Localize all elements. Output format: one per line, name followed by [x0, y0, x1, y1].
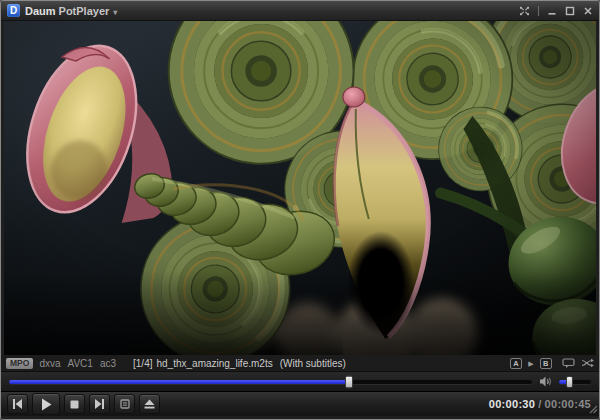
shuffle-icon[interactable]: [581, 358, 594, 368]
bottom-frame: [1, 416, 599, 419]
stop-button[interactable]: [64, 394, 85, 414]
previous-icon: [12, 399, 23, 409]
ab-repeat-play-icon: ▶: [528, 359, 533, 368]
resize-grip[interactable]: [589, 400, 598, 418]
playlist-button[interactable]: [114, 394, 135, 414]
status-bar: MPO dxva AVC1 ac3 [1/4]hd_thx_amazing_li…: [1, 355, 599, 371]
open-button[interactable]: [139, 394, 160, 414]
seek-row: [1, 371, 599, 391]
speech-bubble-icon[interactable]: [562, 358, 575, 369]
next-icon: [94, 399, 105, 409]
eject-open-icon: [144, 399, 155, 409]
previous-button[interactable]: [7, 394, 28, 414]
format-badge: MPO: [6, 358, 33, 369]
close-icon[interactable]: [583, 6, 593, 16]
play-button[interactable]: [32, 393, 60, 415]
time-current: 00:00:30: [489, 398, 535, 410]
titlebar-separator: [538, 6, 539, 16]
volume-fill: [559, 380, 570, 384]
speaker-icon[interactable]: [539, 376, 552, 387]
seek-bar[interactable]: [9, 380, 532, 384]
maximize-icon[interactable]: [565, 6, 575, 16]
stop-icon: [70, 400, 79, 409]
codec-audio: ac3: [100, 358, 116, 369]
time-total: 00:00:45: [545, 398, 591, 410]
playlist-icon: [120, 399, 130, 409]
minimize-icon[interactable]: [547, 6, 557, 16]
title-bar[interactable]: D DaumPotPlayer▾: [1, 1, 599, 21]
time-separator: /: [538, 398, 541, 410]
video-frame: [4, 21, 596, 355]
volume-handle[interactable]: [566, 376, 573, 388]
track-index: [1/4]: [133, 358, 152, 369]
window-title: DaumPotPlayer▾: [25, 5, 117, 17]
next-button[interactable]: [89, 394, 110, 414]
expand-arrows-icon[interactable]: [519, 6, 530, 16]
codec-video: AVC1: [68, 358, 93, 369]
filename: hd_thx_amazing_life.m2ts: [156, 358, 272, 369]
seek-handle[interactable]: [345, 375, 353, 388]
play-icon: [40, 398, 52, 411]
time-display: 00:00:30/00:00:45: [489, 398, 593, 410]
ab-repeat-a-button[interactable]: A: [510, 358, 522, 369]
volume-slider[interactable]: [559, 380, 591, 384]
ab-repeat-b-button[interactable]: B: [540, 358, 552, 369]
window-controls: [519, 6, 593, 16]
video-area[interactable]: [4, 21, 596, 355]
status-right-controls: A ▶ B: [510, 358, 594, 369]
subtitles-note: (With subtitles): [280, 358, 346, 369]
title-menu-caret[interactable]: ▾: [113, 8, 117, 17]
codec-dxva: dxva: [39, 358, 60, 369]
potplayer-window: D DaumPotPlayer▾: [0, 0, 600, 420]
title-product: PotPlayer: [59, 5, 110, 17]
now-playing-label: [1/4]hd_thx_amazing_life.m2ts(With subti…: [133, 358, 346, 369]
daum-logo-icon: D: [7, 4, 20, 17]
seek-progress-fill: [9, 380, 349, 384]
control-bar: 00:00:30/00:00:45: [1, 391, 599, 416]
title-brand: Daum: [25, 5, 56, 17]
